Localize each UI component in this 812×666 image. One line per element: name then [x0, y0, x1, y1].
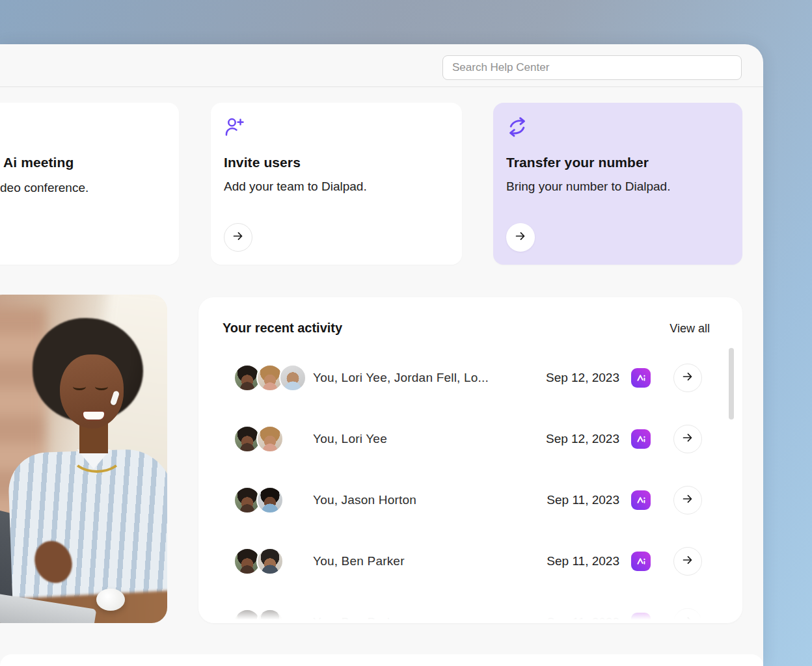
person-add-icon: [224, 116, 246, 138]
photo-smile: [82, 410, 105, 421]
page-background: Ai meeting deo conference. Invite users …: [0, 0, 812, 666]
dialpad-ai-icon: [631, 613, 651, 623]
activity-row[interactable]: You, Lori Yee, Jordan Fell, Lo... Sep 12…: [198, 347, 742, 408]
participants-label: You, Lori Yee: [313, 432, 387, 446]
avatar: [256, 425, 284, 453]
row-arrow-button[interactable]: [673, 364, 702, 392]
avatar-group: [234, 548, 284, 575]
card-subtitle: Add your team to Dialpad.: [224, 180, 367, 194]
arrow-right-icon: [681, 492, 695, 509]
avatar-group: [234, 486, 284, 514]
photo-eye: [73, 383, 86, 390]
avatar-group: [234, 609, 284, 623]
photo-necklace: [70, 436, 124, 473]
transfer-arrows-icon: [506, 116, 528, 138]
avatar: [256, 486, 284, 514]
activity-row[interactable]: You, Jason Horton Sep 11, 2023: [198, 470, 742, 531]
activity-date: Sep 11, 2023: [532, 615, 619, 623]
activity-rows: You, Lori Yee, Jordan Fell, Lo... Sep 12…: [198, 347, 742, 623]
card-arrow-button[interactable]: [224, 223, 252, 252]
activity-row[interactable]: You, Ben Parker Sep 11, 2023: [198, 592, 742, 623]
avatar: [256, 548, 284, 575]
activity-row[interactable]: You, Ben Parker Sep 11, 2023: [198, 531, 742, 592]
card-title: Ai meeting: [3, 155, 74, 170]
participants-label: You, Ben Parker: [313, 615, 405, 623]
card-title: Invite users: [224, 155, 301, 170]
card-subtitle: Bring your number to Dialpad.: [506, 180, 670, 194]
activity-row[interactable]: You, Lori Yee Sep 12, 2023: [198, 408, 742, 470]
dialpad-ai-icon: [631, 368, 651, 388]
card-subtitle: deo conference.: [0, 181, 88, 195]
view-all-link[interactable]: View all: [670, 322, 710, 336]
participants-label: You, Jason Horton: [313, 493, 416, 507]
dialpad-ai-icon: [631, 429, 651, 449]
search-input[interactable]: [442, 55, 742, 80]
dialpad-ai-icon: [631, 552, 651, 571]
activity-date: Sep 11, 2023: [532, 554, 619, 568]
photo-earbud-case: [96, 589, 125, 611]
activity-date: Sep 11, 2023: [532, 493, 619, 507]
activity-date: Sep 12, 2023: [532, 371, 619, 385]
avatar: [279, 364, 306, 392]
arrow-right-icon: [681, 553, 695, 570]
participants-label: You, Lori Yee, Jordan Fell, Lo...: [313, 371, 489, 385]
card-ai-meeting[interactable]: Ai meeting deo conference.: [0, 103, 179, 265]
scrollbar-thumb[interactable]: [729, 348, 734, 420]
recent-activity-panel: Your recent activity View all You, Lori …: [198, 297, 742, 623]
avatar: [256, 609, 284, 623]
arrow-right-icon: [231, 229, 245, 246]
onboarding-photo: [0, 295, 167, 623]
row-arrow-button[interactable]: [673, 425, 702, 453]
topbar-divider: [0, 87, 763, 87]
avatar-group: [234, 364, 306, 392]
photo-eye: [95, 383, 108, 390]
next-section-card: [0, 654, 763, 666]
participants-label: You, Ben Parker: [313, 554, 405, 568]
arrow-right-icon: [681, 369, 695, 386]
row-arrow-button[interactable]: [673, 486, 702, 514]
row-arrow-button[interactable]: [673, 547, 702, 576]
avatar-group: [234, 425, 284, 453]
panel-title: Your recent activity: [223, 321, 342, 336]
activity-date: Sep 12, 2023: [532, 432, 619, 446]
card-arrow-button[interactable]: [506, 223, 535, 252]
card-transfer-number[interactable]: Transfer your number Bring your number t…: [493, 103, 742, 265]
card-invite-users[interactable]: Invite users Add your team to Dialpad.: [211, 103, 462, 265]
arrow-right-icon: [681, 431, 695, 447]
card-title: Transfer your number: [506, 155, 649, 170]
arrow-right-icon: [513, 229, 528, 246]
arrow-right-icon: [681, 614, 695, 623]
row-arrow-button[interactable]: [673, 608, 702, 623]
dialpad-ai-icon: [631, 490, 651, 510]
